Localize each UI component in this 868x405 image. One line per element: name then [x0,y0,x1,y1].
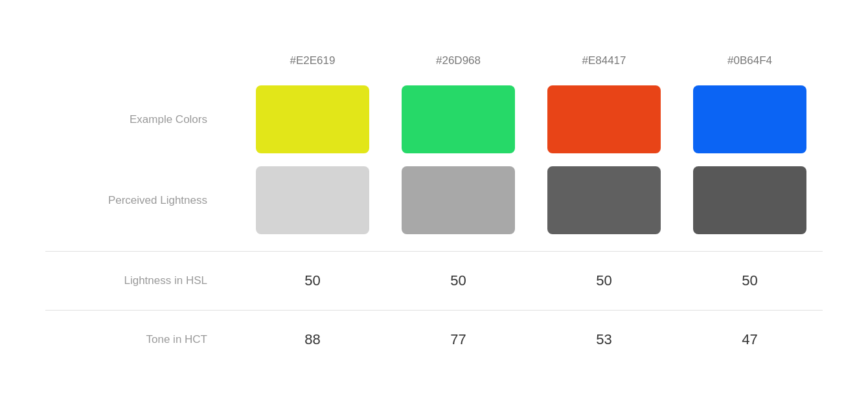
perceived-swatch-3 [531,161,677,239]
example-swatch-2 [385,80,531,159]
perceived-lightness-label: Perceived Lightness [45,194,240,207]
tone-hct-val-2: 77 [385,331,531,348]
tone-hct-label: Tone in HCT [45,333,240,346]
lightness-hsl-val-4: 50 [677,272,823,289]
example-swatch-1 [240,80,385,159]
main-container: #E2E619 #26D968 #E84417 #0B64F4 Example … [45,48,823,357]
example-swatch-3 [531,80,677,159]
example-color-box-2 [402,85,515,153]
tone-hct-val-1: 88 [240,331,385,348]
example-swatch-4 [677,80,823,159]
perceived-color-box-4 [693,166,806,234]
color-hex-1: #E2E619 [240,48,385,74]
perceived-color-box-1 [256,166,369,234]
tone-hct-val-3: 53 [531,331,677,348]
color-hex-3: #E84417 [531,48,677,74]
example-color-box-1 [256,85,369,153]
divider-1 [45,251,823,252]
example-colors-label: Example Colors [45,113,240,126]
perceived-swatch-4 [677,161,823,239]
example-color-box-4 [693,85,806,153]
perceived-swatch-2 [385,161,531,239]
perceived-swatch-1 [240,161,385,239]
color-hex-2: #26D968 [385,48,531,74]
perceived-color-box-3 [547,166,661,234]
tone-hct-row: Tone in HCT 88 77 53 47 [45,322,823,357]
color-hex-4: #0B64F4 [677,48,823,74]
perceived-color-box-2 [402,166,515,234]
lightness-hsl-row: Lightness in HSL 50 50 50 50 [45,263,823,298]
example-colors-row: Example Colors [45,80,823,159]
header-row: #E2E619 #26D968 #E84417 #0B64F4 [45,48,823,74]
example-color-box-3 [547,85,661,153]
lightness-hsl-val-3: 50 [531,272,677,289]
lightness-hsl-val-1: 50 [240,272,385,289]
lightness-hsl-label: Lightness in HSL [45,274,240,287]
perceived-lightness-row: Perceived Lightness [45,161,823,239]
tone-hct-val-4: 47 [677,331,823,348]
lightness-hsl-val-2: 50 [385,272,531,289]
divider-2 [45,310,823,311]
